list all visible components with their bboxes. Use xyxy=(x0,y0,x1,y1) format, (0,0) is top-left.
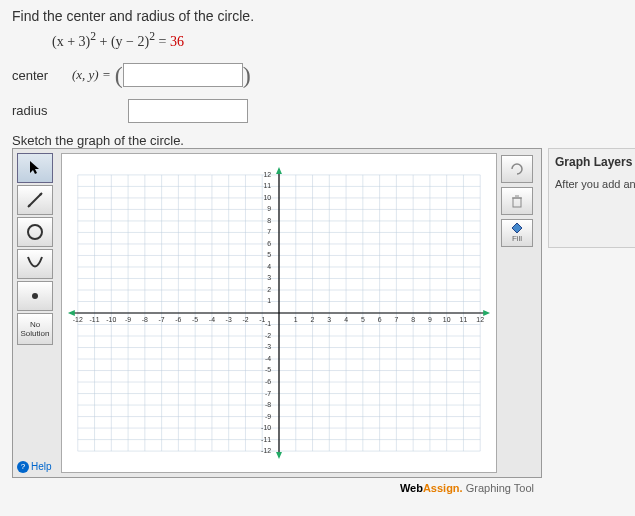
point-icon xyxy=(25,286,45,306)
svg-text:-9: -9 xyxy=(125,316,131,323)
close-paren: ) xyxy=(243,62,251,89)
left-toolbar: No Solution ? Help xyxy=(17,153,57,473)
svg-text:-9: -9 xyxy=(265,412,271,419)
circle-icon xyxy=(25,222,45,242)
svg-text:5: 5 xyxy=(361,316,365,323)
svg-text:6: 6 xyxy=(267,240,271,247)
footer-tool: Graphing Tool xyxy=(463,482,534,494)
graph-panel: No Solution ? Help -12-11-10-9-8-7-6-5-4… xyxy=(12,148,542,478)
svg-point-4 xyxy=(32,293,38,299)
svg-text:10: 10 xyxy=(263,194,271,201)
xy-label: (x, y) = xyxy=(72,67,111,83)
center-input[interactable] xyxy=(123,63,243,87)
svg-text:-12: -12 xyxy=(261,447,271,454)
svg-marker-57 xyxy=(276,167,282,174)
svg-text:-10: -10 xyxy=(261,424,271,431)
svg-text:-5: -5 xyxy=(192,316,198,323)
svg-text:-2: -2 xyxy=(242,316,248,323)
svg-text:1: 1 xyxy=(294,316,298,323)
radius-row: radius xyxy=(12,99,623,123)
svg-text:4: 4 xyxy=(267,263,271,270)
svg-text:8: 8 xyxy=(411,316,415,323)
svg-text:-1: -1 xyxy=(265,320,271,327)
svg-text:10: 10 xyxy=(443,316,451,323)
svg-text:-10: -10 xyxy=(106,316,116,323)
svg-point-3 xyxy=(28,225,42,239)
eq-part2: + (y − 2) xyxy=(96,34,149,49)
no-solution-button[interactable]: No Solution xyxy=(17,313,53,345)
pointer-tool[interactable] xyxy=(17,153,53,183)
svg-text:-2: -2 xyxy=(265,332,271,339)
curve-tool[interactable] xyxy=(17,249,53,279)
svg-rect-109 xyxy=(513,198,521,207)
svg-text:-11: -11 xyxy=(261,435,271,442)
help-link[interactable]: ? Help xyxy=(17,461,57,473)
right-toolbar: Fill xyxy=(501,153,537,473)
svg-text:12: 12 xyxy=(476,316,484,323)
line-icon xyxy=(25,190,45,210)
center-label: center xyxy=(12,68,72,83)
parabola-icon xyxy=(25,254,45,274)
svg-line-0 xyxy=(28,193,42,207)
svg-text:-8: -8 xyxy=(265,401,271,408)
svg-text:6: 6 xyxy=(378,316,382,323)
footer: WebAssign. Graphing Tool xyxy=(12,478,542,498)
svg-text:-7: -7 xyxy=(159,316,165,323)
coordinate-grid[interactable]: -12-11-10-9-8-7-6-5-4-3-2-11234567891011… xyxy=(61,153,497,473)
svg-marker-60 xyxy=(483,310,490,316)
cursor-icon xyxy=(28,160,42,176)
help-label: Help xyxy=(31,461,52,472)
delete-button[interactable] xyxy=(501,187,533,215)
svg-text:-5: -5 xyxy=(265,366,271,373)
eq-part1: (x + 3) xyxy=(52,34,90,49)
svg-text:3: 3 xyxy=(267,274,271,281)
svg-text:11: 11 xyxy=(263,182,271,189)
grid-svg: -12-11-10-9-8-7-6-5-4-3-2-11234567891011… xyxy=(62,154,496,472)
fill-label: Fill xyxy=(512,234,522,243)
svg-text:-3: -3 xyxy=(265,343,271,350)
fill-icon xyxy=(510,222,524,234)
circle-tool[interactable] xyxy=(17,217,53,247)
clear-button[interactable] xyxy=(501,155,533,183)
eq-eq: = xyxy=(155,34,170,49)
svg-text:2: 2 xyxy=(267,286,271,293)
svg-text:-4: -4 xyxy=(209,316,215,323)
graph-layers-panel: Graph Layers After you add an object to … xyxy=(548,148,635,248)
svg-text:7: 7 xyxy=(267,228,271,235)
equation: (x + 3)2 + (y − 2)2 = 36 xyxy=(52,30,623,50)
svg-text:3: 3 xyxy=(327,316,331,323)
svg-text:-11: -11 xyxy=(90,316,100,323)
svg-text:-6: -6 xyxy=(175,316,181,323)
layers-text: After you add an object to the graph can… xyxy=(555,177,635,191)
eq-rhs: 36 xyxy=(170,34,184,49)
svg-text:-7: -7 xyxy=(265,389,271,396)
layers-title: Graph Layers xyxy=(555,155,635,169)
svg-text:-12: -12 xyxy=(73,316,83,323)
brand-assign: Assign. xyxy=(423,482,463,494)
svg-text:12: 12 xyxy=(263,171,271,178)
svg-text:11: 11 xyxy=(460,316,468,323)
undo-icon xyxy=(509,162,525,176)
svg-text:7: 7 xyxy=(394,316,398,323)
svg-text:9: 9 xyxy=(428,316,432,323)
radius-input[interactable] xyxy=(128,99,248,123)
svg-text:2: 2 xyxy=(311,316,315,323)
svg-text:9: 9 xyxy=(267,205,271,212)
point-tool[interactable] xyxy=(17,281,53,311)
svg-text:-6: -6 xyxy=(265,378,271,385)
fill-button[interactable]: Fill xyxy=(501,219,533,247)
trash-icon xyxy=(510,194,524,208)
center-row: center (x, y) = ( ) xyxy=(12,62,623,89)
radius-label: radius xyxy=(12,103,72,118)
svg-text:4: 4 xyxy=(344,316,348,323)
line-tool[interactable] xyxy=(17,185,53,215)
svg-text:1: 1 xyxy=(267,297,271,304)
svg-text:-3: -3 xyxy=(226,316,232,323)
open-paren: ( xyxy=(115,62,123,89)
svg-text:8: 8 xyxy=(267,217,271,224)
svg-text:-8: -8 xyxy=(142,316,148,323)
brand-web: Web xyxy=(400,482,423,494)
sketch-label: Sketch the graph of the circle. xyxy=(12,133,623,148)
question-prompt: Find the center and radius of the circle… xyxy=(12,8,623,24)
svg-text:5: 5 xyxy=(267,251,271,258)
